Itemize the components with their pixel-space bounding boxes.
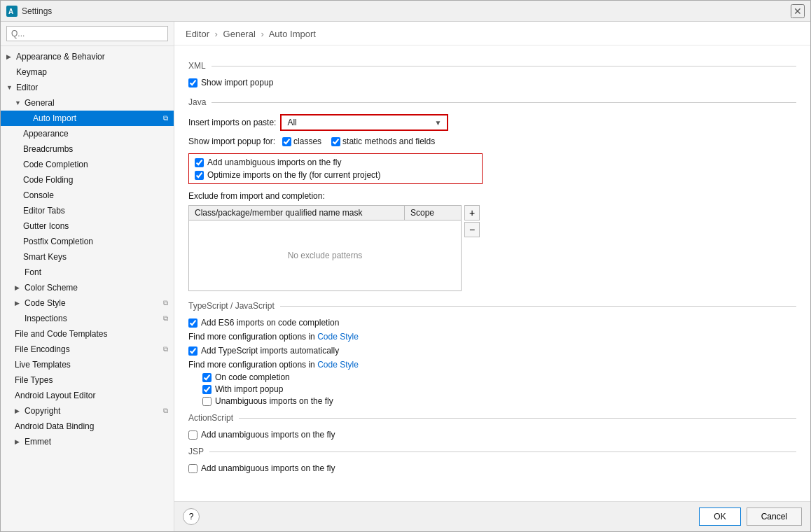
ts-on-code-checkbox[interactable] [202, 373, 212, 382]
sidebar-item-copyright[interactable]: ▶ Copyright ⧉ [1, 403, 174, 419]
sidebar-item-auto-import[interactable]: Auto Import ⧉ [1, 111, 174, 126]
ts-with-import-row: With import popup [202, 384, 796, 394]
cancel-button[interactable]: Cancel [747, 507, 802, 526]
as-add-unambiguous-label[interactable]: Add unambiguous imports on the fly [188, 430, 335, 440]
arrow-icon: ▶ [6, 53, 15, 60]
ts-section-header: TypeScript / JavaScript [188, 301, 796, 311]
sidebar-item-file-code-templates[interactable]: File and Code Templates [1, 326, 174, 342]
sidebar-item-general[interactable]: ▼ General [1, 95, 174, 111]
sidebar-item-appearance[interactable]: Appearance [1, 126, 174, 141]
jsp-add-text: Add unambiguous imports on the fly [201, 463, 335, 473]
sidebar-item-label: Code Folding [23, 175, 73, 185]
sidebar-item-label: Font [25, 267, 41, 277]
exclude-table-header: Class/package/member qualified name mask… [189, 206, 461, 220]
ts-unambiguous-checkbox[interactable] [202, 397, 212, 406]
sidebar-item-label: Keymap [16, 67, 47, 77]
sidebar-item-label: Color Scheme [25, 283, 78, 293]
sidebar-item-label: Console [23, 190, 54, 200]
arrow-icon: ▶ [15, 407, 23, 414]
ok-button[interactable]: OK [699, 507, 740, 526]
arrow-icon: ▶ [15, 438, 23, 445]
ts-with-import-label[interactable]: With import popup [202, 384, 283, 394]
xml-show-import-checkbox[interactable] [188, 78, 197, 88]
remove-exclude-button[interactable]: − [464, 222, 480, 237]
sidebar-item-gutter-icons[interactable]: Gutter Icons [1, 218, 174, 234]
ts-find-config1-text: Find more configuration options in [188, 332, 315, 342]
xml-show-import-row: Show import popup [188, 78, 796, 88]
copy-icon: ⧉ [163, 407, 168, 415]
ts-unambiguous-label[interactable]: Unambiguous imports on the fly [202, 396, 333, 406]
ts-add-es6-label[interactable]: Add ES6 imports on code completion [188, 318, 339, 328]
sidebar-item-font[interactable]: Font [1, 265, 174, 280]
xml-show-import-text: Show import popup [201, 78, 273, 88]
sidebar-item-editor-tabs[interactable]: Editor Tabs [1, 203, 174, 218]
sidebar-item-keymap[interactable]: Keymap [1, 64, 174, 80]
ts-add-ts-label[interactable]: Add TypeScript imports automatically [188, 346, 339, 356]
sidebar-item-emmet[interactable]: ▶ Emmet [1, 434, 174, 449]
ts-sub-options: On code completion With import popup Una… [202, 372, 796, 406]
sidebar-item-inspections[interactable]: Inspections ⧉ [1, 311, 174, 326]
help-button[interactable]: ? [183, 508, 200, 525]
insert-imports-row: Insert imports on paste: All ▼ [188, 114, 796, 131]
sidebar-item-label: File Encodings [15, 344, 70, 354]
jsp-add-label[interactable]: Add unambiguous imports on the fly [188, 463, 335, 473]
sidebar-item-file-encodings[interactable]: File Encodings ⧉ [1, 342, 174, 357]
sidebar-item-code-folding[interactable]: Code Folding [1, 172, 174, 188]
ts-add-es6-checkbox[interactable] [188, 318, 197, 328]
sidebar-item-label: Live Templates [15, 360, 71, 370]
copy-icon: ⧉ [163, 299, 168, 307]
sidebar-item-live-templates[interactable]: Live Templates [1, 357, 174, 372]
java-divider [212, 102, 796, 103]
ts-with-import-text: With import popup [215, 384, 283, 394]
exclude-label: Exclude from import and completion: [188, 191, 796, 201]
as-add-unambiguous-checkbox[interactable] [188, 430, 197, 440]
sidebar-item-breadcrumbs[interactable]: Breadcrumbs [1, 141, 174, 157]
ts-on-code-label[interactable]: On code completion [202, 372, 290, 382]
classes-label[interactable]: classes [282, 136, 321, 146]
xml-show-import-label[interactable]: Show import popup [188, 78, 273, 88]
sidebar-item-label: Android Data Binding [15, 421, 94, 431]
optimize-imports-checkbox[interactable] [195, 171, 204, 180]
close-button[interactable]: ✕ [791, 4, 805, 18]
ts-code-style-link2[interactable]: Code Style [317, 360, 359, 370]
search-input[interactable] [6, 26, 168, 41]
xml-label: XML [188, 61, 206, 71]
sidebar-item-color-scheme[interactable]: ▶ Color Scheme [1, 280, 174, 295]
sidebar-item-appearance-behavior[interactable]: ▶ Appearance & Behavior [1, 49, 174, 64]
sidebar-item-code-style[interactable]: ▶ Code Style ⧉ [1, 295, 174, 311]
sidebar-item-code-completion[interactable]: Code Completion [1, 157, 174, 172]
add-unambiguous-text: Add unambiguous imports on the fly [207, 158, 341, 167]
ts-add-ts-checkbox[interactable] [188, 346, 197, 356]
sidebar-item-postfix-completion[interactable]: Postfix Completion [1, 234, 174, 249]
show-import-popup-row: Show import popup for: classes static me… [188, 136, 796, 146]
sidebar-item-file-types[interactable]: File Types [1, 372, 174, 388]
exclude-section: Exclude from import and completion: Clas… [188, 191, 796, 291]
ts-add-es6-row: Add ES6 imports on code completion [188, 318, 796, 328]
ts-code-style-link1[interactable]: Code Style [317, 332, 359, 342]
insert-imports-dropdown[interactable]: All ▼ [280, 114, 448, 131]
optimize-imports-label[interactable]: Optimize imports on the fly (for current… [195, 170, 380, 180]
as-label: ActionScript [188, 413, 233, 423]
add-unambiguous-label[interactable]: Add unambiguous imports on the fly [195, 158, 341, 167]
exclude-table-body: No exclude patterns [189, 220, 461, 290]
add-exclude-button[interactable]: + [464, 205, 480, 220]
sidebar-item-editor[interactable]: ▼ Editor [1, 80, 174, 95]
classes-text: classes [293, 136, 321, 146]
classes-checkbox[interactable] [282, 137, 291, 146]
ts-with-import-checkbox[interactable] [202, 385, 212, 394]
sidebar-item-android-data-binding[interactable]: Android Data Binding [1, 419, 174, 434]
copy-icon: ⧉ [163, 314, 168, 323]
sidebar-item-label: Postfix Completion [23, 237, 93, 246]
svg-text:A: A [8, 8, 13, 15]
title-bar: A Settings ✕ [1, 1, 810, 22]
sidebar-item-console[interactable]: Console [1, 188, 174, 203]
jsp-add-checkbox[interactable] [188, 464, 197, 473]
as-add-unambiguous-row: Add unambiguous imports on the fly [188, 430, 796, 440]
static-methods-label[interactable]: static methods and fields [331, 136, 435, 146]
sidebar-item-smart-keys[interactable]: Smart Keys [1, 249, 174, 265]
ts-label: TypeScript / JavaScript [188, 301, 275, 311]
sidebar-item-android-layout-editor[interactable]: Android Layout Editor [1, 388, 174, 403]
add-unambiguous-checkbox[interactable] [195, 158, 204, 167]
fly-options-box: Add unambiguous imports on the fly Optim… [188, 153, 483, 184]
static-methods-checkbox[interactable] [331, 137, 340, 146]
